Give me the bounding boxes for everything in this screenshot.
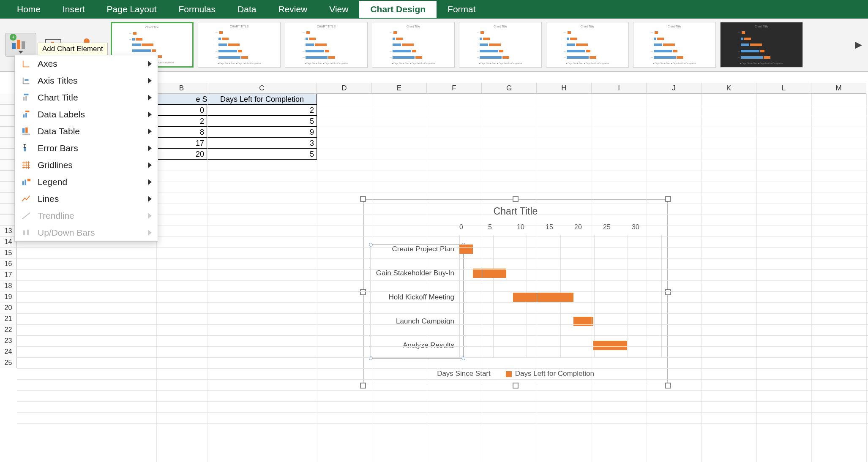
chart-plot-area[interactable]: 051015202530 Create Project Plan Gain St… — [371, 223, 661, 358]
resize-handle[interactable] — [360, 289, 366, 295]
resize-handle[interactable] — [513, 196, 519, 202]
menu-item-label: Data Labels — [38, 109, 142, 120]
bar-segment[interactable] — [459, 245, 473, 254]
menu-item-label: Chart Title — [38, 92, 142, 103]
column-header-d[interactable]: D — [317, 83, 372, 94]
column-header-m[interactable]: M — [811, 83, 866, 94]
category-label[interactable]: Create Project Plan — [371, 245, 459, 253]
row-header-17[interactable]: 17 — [0, 269, 17, 280]
resize-handle[interactable] — [360, 196, 366, 202]
tab-page-layout[interactable]: Page Layout — [96, 1, 168, 18]
menu-item-axes[interactable]: Axes — [15, 55, 158, 72]
chart-category-row: Create Project Plan — [371, 237, 661, 261]
chart-legend[interactable]: Days Since Start Days Left for Completio… — [364, 370, 667, 378]
submenu-caret-icon — [148, 196, 152, 202]
row-header-19[interactable]: 19 — [0, 291, 17, 302]
row-header-23[interactable]: 23 — [0, 335, 17, 346]
bar-segment[interactable] — [473, 269, 506, 278]
row-header-20[interactable]: 20 — [0, 302, 17, 313]
column-header-j[interactable]: J — [647, 83, 701, 94]
chart-style-thumb[interactable]: Chart Title—————■ Days Since Start ■ Day… — [459, 22, 542, 68]
menu-item-label: Legend — [38, 177, 142, 187]
submenu-caret-icon — [148, 128, 152, 134]
category-label[interactable]: Gain Stakeholder Buy-In — [371, 269, 459, 277]
legend-entry[interactable]: Days Since Start — [437, 370, 491, 378]
menu-item-chart-title[interactable]: Chart Title — [15, 89, 158, 106]
column-header-k[interactable]: K — [701, 83, 756, 94]
resize-handle[interactable] — [665, 289, 671, 295]
menu-item-data-labels[interactable]: Data Labels — [15, 106, 158, 123]
chart-styles-gallery: Chart Title—————■ Days Since Start ■ Day… — [111, 22, 847, 68]
resize-handle[interactable] — [360, 383, 366, 389]
cell[interactable]: 2 — [156, 116, 207, 127]
add-chart-element-button[interactable]: + — [5, 33, 36, 57]
cell[interactable]: 5 — [207, 149, 317, 160]
chart-style-thumb[interactable]: Chart Title—————■ Days Since Start ■ Day… — [633, 22, 716, 68]
bar-segment[interactable] — [593, 341, 627, 350]
menu-item-data-table[interactable]: Data Table — [15, 123, 158, 140]
cell[interactable]: 8 — [156, 127, 207, 138]
column-header-l[interactable]: L — [756, 83, 811, 94]
category-label[interactable]: Hold Kickoff Meeting — [371, 293, 459, 302]
tab-home[interactable]: Home — [6, 1, 52, 18]
svg-rect-3 — [25, 96, 27, 101]
submenu-caret-icon — [148, 111, 152, 117]
chart-title[interactable]: Chart Title — [364, 206, 667, 217]
bar-segment[interactable] — [513, 293, 573, 302]
resize-handle[interactable] — [665, 196, 671, 202]
cell[interactable]: 9 — [207, 127, 317, 138]
submenu-caret-icon — [148, 230, 152, 236]
legend-entry[interactable]: Days Left for Completion — [506, 370, 594, 378]
menu-item-lines[interactable]: Lines — [15, 190, 158, 207]
gallery-next-button[interactable]: ▶ — [854, 36, 863, 53]
menu-item-axis-titles[interactable]: Axis Titles — [15, 72, 158, 89]
chart-style-thumb[interactable]: Chart Title—————■ Days Since Start ■ Day… — [372, 22, 455, 68]
tab-formulas[interactable]: Formulas — [168, 1, 227, 18]
column-header-f[interactable]: F — [427, 83, 482, 94]
tab-review[interactable]: Review — [267, 1, 318, 18]
column-header-i[interactable]: I — [592, 83, 647, 94]
resize-handle[interactable] — [513, 383, 519, 389]
cell[interactable]: 3 — [207, 138, 317, 149]
chart-style-thumb[interactable]: Chart Title—————■ Days Since Start ■ Day… — [720, 22, 803, 68]
column-header-e[interactable]: E — [372, 83, 427, 94]
svg-rect-1 — [24, 94, 29, 95]
tab-format[interactable]: Format — [437, 1, 487, 18]
menu-item-error-bars[interactable]: Error Bars — [15, 140, 158, 157]
row-header-25[interactable]: 25 — [0, 357, 17, 368]
chart-style-thumb[interactable]: CHART TITLE—————■ Days Since Start ■ Day… — [198, 22, 281, 68]
menu-item-gridlines[interactable]: Gridlines — [15, 157, 158, 174]
lines-icon — [21, 194, 32, 204]
column-header-g[interactable]: G — [482, 83, 537, 94]
chart-bars: Create Project Plan Gain Stakeholder Buy… — [371, 237, 661, 358]
axes-icon — [21, 59, 32, 68]
cell[interactable]: 5 — [207, 116, 317, 127]
tab-data[interactable]: Data — [227, 1, 267, 18]
cell[interactable]: 0 — [156, 105, 207, 116]
column-header-b[interactable]: B — [156, 83, 207, 94]
chart-title-icon — [21, 93, 32, 102]
row-header-16[interactable]: 16 — [0, 258, 17, 269]
column-header-h[interactable]: H — [537, 83, 592, 94]
tab-view[interactable]: View — [318, 1, 359, 18]
row-header-22[interactable]: 22 — [0, 324, 17, 335]
row-header-24[interactable]: 24 — [0, 346, 17, 357]
tab-insert[interactable]: Insert — [52, 1, 96, 18]
cell[interactable]: 20 — [156, 149, 207, 160]
menu-item-legend[interactable]: Legend — [15, 174, 158, 190]
row-header-21[interactable]: 21 — [0, 313, 17, 324]
resize-handle[interactable] — [665, 383, 671, 389]
chart-style-thumb[interactable]: Chart Title—————■ Days Since Start ■ Day… — [546, 22, 629, 68]
column-header-c[interactable]: C — [207, 83, 317, 94]
submenu-caret-icon — [148, 95, 152, 101]
row-header-18[interactable]: 18 — [0, 280, 17, 291]
gridlines-icon — [21, 160, 32, 170]
cell[interactable]: 17 — [156, 138, 207, 149]
menu-item-label: Trendline — [38, 211, 142, 221]
tab-chart-design[interactable]: Chart Design — [359, 1, 437, 18]
category-label[interactable]: Analyze Results — [371, 341, 459, 350]
cell[interactable]: 2 — [207, 105, 317, 116]
cell-c-header[interactable]: Days Left for Completion — [207, 94, 317, 105]
row-header-15[interactable]: 15 — [0, 247, 17, 258]
chart-style-thumb[interactable]: CHART TITLE—————■ Days Since Start ■ Day… — [285, 22, 368, 68]
